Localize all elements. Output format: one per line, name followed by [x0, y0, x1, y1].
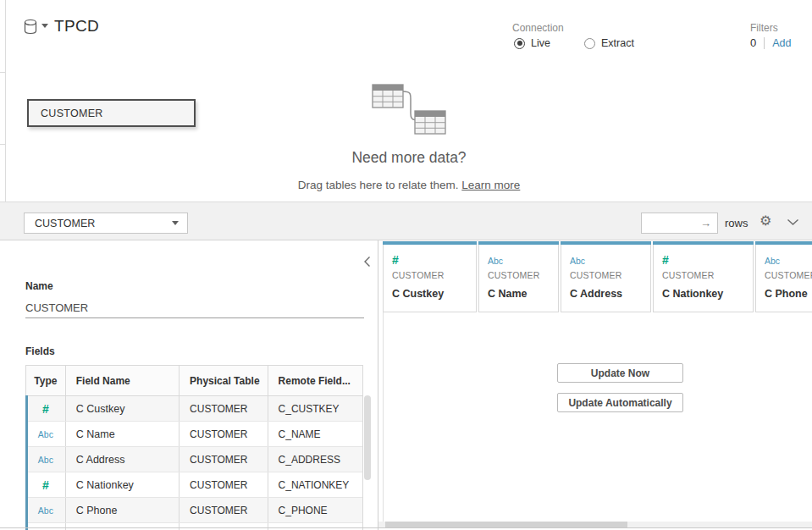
rows-label: rows [725, 217, 748, 229]
table-selector-dropdown[interactable]: CUSTOMER [24, 213, 188, 234]
table-row[interactable]: Abc C Phone CUSTOMER C_PHONE [26, 498, 362, 523]
column-table-name: CUSTOMER [765, 270, 812, 280]
connection-label: Connection [512, 22, 564, 34]
relate-tables-illustration [371, 83, 449, 137]
column-table-name: CUSTOMER [392, 270, 476, 280]
table-details-panel: Name CUSTOMER Fields Type Field Name Phy… [0, 240, 378, 530]
data-preview-grid: # CUSTOMER C Custkey Abc CUSTOMER C Name… [378, 240, 812, 530]
name-label: Name [25, 280, 53, 292]
string-type-icon: Abc [570, 256, 585, 266]
divider [764, 37, 765, 49]
row-limit-input[interactable] [642, 218, 700, 229]
empty-state-title: Need more data? [6, 149, 812, 167]
connection-live-radio[interactable]: Live [514, 37, 550, 49]
field-name-cell: C Custkey [66, 396, 180, 421]
collapse-panel-icon[interactable] [363, 256, 371, 268]
gear-icon[interactable]: ⚙ [760, 213, 771, 229]
remote-field-cell: C_NATIONKEY [268, 472, 362, 497]
column-field-name: C Name [488, 288, 558, 300]
column-field-name: C Nationkey [662, 288, 753, 300]
string-type-icon: Abc [765, 256, 780, 266]
physical-table-cell: CUSTOMER [180, 422, 268, 446]
filters-row: 0 Add [750, 36, 791, 49]
remote-field-cell: C_CUSTKEY [268, 396, 362, 421]
column-header-remote-field[interactable]: Remote Field... [268, 366, 362, 395]
add-filter-link[interactable]: Add [772, 37, 791, 49]
table-name-input[interactable]: CUSTOMER [25, 298, 364, 318]
field-name-cell: C Name [66, 422, 180, 446]
remote-field-cell: C_ADDRESS [268, 447, 362, 472]
column-table-name: CUSTOMER [662, 270, 753, 280]
column-field-name: C Custkey [392, 288, 476, 300]
number-type-icon: # [392, 253, 399, 267]
learn-more-link[interactable]: Learn more [461, 179, 520, 191]
grid-column-header[interactable]: Abc CUSTOMER C Phone [755, 241, 812, 312]
radio-label: Extract [601, 37, 634, 49]
string-type-icon: Abc [38, 455, 53, 465]
grid-header-row: # CUSTOMER C Custkey Abc CUSTOMER C Name… [383, 241, 812, 312]
column-table-name: CUSTOMER [570, 270, 650, 280]
fields-table: Type Field Name Physical Table Remote Fi… [25, 365, 363, 530]
table-row-clipped [26, 523, 362, 530]
column-header-type[interactable]: Type [26, 366, 66, 395]
datasource-title: TPCD [54, 17, 99, 36]
grid-column-header[interactable]: # CUSTOMER C Custkey [383, 241, 477, 312]
string-type-icon: Abc [38, 505, 53, 516]
column-header-field-name[interactable]: Field Name [66, 366, 180, 395]
column-header-physical-table[interactable]: Physical Table [180, 366, 268, 395]
chevron-down-icon [172, 221, 179, 225]
column-field-name: C Phone [765, 288, 812, 300]
field-name-cell: C Phone [66, 498, 180, 522]
column-field-name: C Address [570, 288, 650, 300]
canvas-table-customer[interactable]: CUSTOMER [27, 99, 196, 127]
remote-field-cell: C_PHONE [268, 498, 362, 522]
apply-rows-arrow-icon[interactable]: → [700, 217, 717, 229]
empty-state-subtitle: Drag tables here to relate them. Learn m… [6, 179, 812, 191]
field-name-cell: C Address [66, 447, 180, 472]
radio-label: Live [531, 37, 550, 49]
number-type-icon: # [42, 402, 49, 416]
string-type-icon: Abc [488, 256, 503, 266]
update-automatically-button[interactable]: Update Automatically [557, 393, 683, 412]
filters-label: Filters [750, 22, 778, 34]
grid-column-header[interactable]: # CUSTOMER C Nationkey [653, 241, 754, 312]
table-row[interactable]: # C Nationkey CUSTOMER C_NATIONKEY [26, 472, 362, 498]
connection-extract-radio[interactable]: Extract [584, 37, 634, 49]
grid-column-header[interactable]: Abc CUSTOMER C Name [478, 241, 559, 312]
chevron-down-icon[interactable] [787, 218, 799, 226]
collapsed-connections-pane[interactable] [0, 0, 6, 202]
fields-label: Fields [25, 345, 55, 357]
rows-selection-bar [25, 395, 28, 530]
number-type-icon: # [662, 253, 669, 267]
pane-divider [0, 72, 6, 73]
fields-table-vertical-scrollbar[interactable] [364, 395, 371, 480]
tableau-datasource-page: TPCD Connection Live Extract Filters 0 A… [0, 0, 812, 530]
update-now-button[interactable]: Update Now [557, 363, 683, 383]
filters-count: 0 [750, 36, 756, 49]
grid-body-border [383, 312, 384, 522]
column-table-name: CUSTOMER [488, 270, 558, 280]
table-row[interactable]: Abc C Name CUSTOMER C_NAME [26, 422, 362, 447]
number-type-icon: # [42, 478, 49, 492]
physical-table-cell: CUSTOMER [180, 472, 268, 497]
database-icon [23, 19, 38, 39]
physical-table-cell: CUSTOMER [180, 498, 268, 522]
physical-table-cell: CUSTOMER [180, 447, 268, 472]
datasource-menu[interactable] [23, 19, 48, 39]
radio-selected-icon [514, 38, 525, 49]
pane-divider [0, 144, 6, 145]
chevron-down-icon [41, 24, 48, 28]
table-row[interactable]: Abc C Address CUSTOMER C_ADDRESS [26, 447, 362, 472]
datagrid-toolbar: CUSTOMER → rows ⚙ [0, 202, 812, 240]
table-selector-value: CUSTOMER [35, 218, 95, 229]
fields-table-header: Type Field Name Physical Table Remote Fi… [26, 366, 362, 396]
field-name-cell: C Nationkey [66, 472, 180, 497]
row-limit-field: → [641, 213, 718, 234]
string-type-icon: Abc [38, 429, 53, 439]
remote-field-cell: C_NAME [268, 422, 362, 446]
physical-table-cell: CUSTOMER [180, 396, 268, 421]
grid-column-header[interactable]: Abc CUSTOMER C Address [561, 241, 651, 312]
table-row[interactable]: # C Custkey CUSTOMER C_CUSTKEY [26, 396, 362, 422]
window-bottom-border [0, 527, 812, 528]
radio-unselected-icon [584, 38, 595, 49]
